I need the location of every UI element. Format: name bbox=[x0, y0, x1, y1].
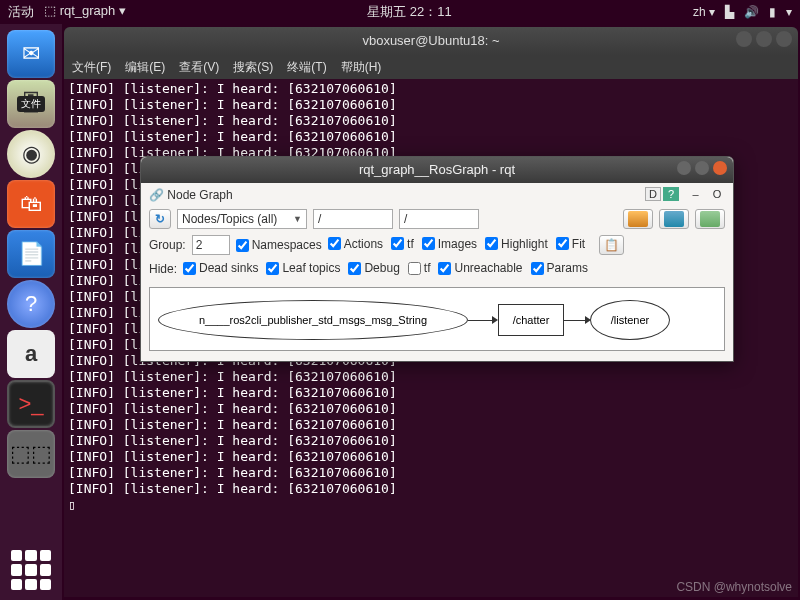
namespaces-label: Namespaces bbox=[252, 238, 322, 252]
cb-leaf[interactable]: Leaf topics bbox=[266, 261, 340, 275]
active-app-label[interactable]: ⬚ rqt_graph ▾ bbox=[44, 3, 126, 21]
cb-dead[interactable]: Dead sinks bbox=[183, 261, 258, 275]
terminal-menu-item[interactable]: 搜索(S) bbox=[233, 59, 273, 76]
rqt-close-icon[interactable] bbox=[713, 161, 727, 175]
group-spinner[interactable]: 2 bbox=[192, 235, 230, 255]
dock-help-icon[interactable]: ? bbox=[7, 280, 55, 328]
cb-highlight[interactable]: Highlight bbox=[485, 237, 548, 251]
rqt-maximize-icon[interactable] bbox=[695, 161, 709, 175]
cb-label: tf bbox=[407, 237, 414, 251]
rqt-title: rqt_graph__RosGraph - rqt bbox=[359, 162, 515, 177]
hide-label: Hide: bbox=[149, 262, 177, 276]
open-button[interactable] bbox=[623, 209, 653, 229]
graph-canvas[interactable]: n____ros2cli_publisher_std_msgs_msg_Stri… bbox=[149, 287, 725, 351]
cb-label: Dead sinks bbox=[199, 261, 258, 275]
panel-o-button[interactable]: O bbox=[709, 188, 725, 202]
cb-tf1[interactable]: tf bbox=[391, 237, 414, 251]
app-grid-icon[interactable] bbox=[11, 550, 51, 590]
image-button[interactable] bbox=[695, 209, 725, 229]
cb-label: Unreachable bbox=[454, 261, 522, 275]
group-label: Group: bbox=[149, 238, 186, 252]
dock-files-icon[interactable]: 🗄文件 bbox=[7, 80, 55, 128]
panel-d-button[interactable]: D bbox=[645, 187, 661, 201]
dock-rqt-icon[interactable]: ⬚⬚ bbox=[7, 430, 55, 478]
filter-input-2[interactable]: / bbox=[399, 209, 479, 229]
graph-topic-chatter[interactable]: /chatter bbox=[498, 304, 564, 336]
system-menu-icon[interactable]: ▾ bbox=[786, 5, 792, 19]
cb-label: Images bbox=[438, 237, 477, 251]
terminal-maximize-icon[interactable] bbox=[756, 31, 772, 47]
cb-tf2[interactable]: tf bbox=[408, 261, 431, 275]
terminal-close-icon[interactable] bbox=[776, 31, 792, 47]
group-value: 2 bbox=[196, 238, 203, 252]
extra-button[interactable]: 📋 bbox=[599, 235, 624, 255]
filter-combo[interactable]: Nodes/Topics (all) bbox=[177, 209, 307, 229]
dock-amazon-icon[interactable]: a bbox=[7, 330, 55, 378]
filter-input-1[interactable]: / bbox=[313, 209, 393, 229]
rqt-panel-header: 🔗 Node Graph D? – O bbox=[141, 183, 733, 206]
cb-label: Params bbox=[547, 261, 588, 275]
refresh-button[interactable]: ↻ bbox=[149, 209, 171, 229]
filter-combo-value: Nodes/Topics (all) bbox=[182, 212, 277, 226]
dock-rhythmbox-icon[interactable]: ◉ bbox=[7, 130, 55, 178]
battery-icon[interactable]: ▮ bbox=[769, 5, 776, 19]
rqt-window: rqt_graph__RosGraph - rqt 🔗 Node Graph D… bbox=[140, 156, 734, 362]
terminal-title: vboxuser@Ubuntu18: ~ bbox=[362, 33, 499, 48]
terminal-menu-item[interactable]: 查看(V) bbox=[179, 59, 219, 76]
dock-software-icon[interactable]: 🛍 bbox=[7, 180, 55, 228]
cb-params[interactable]: Params bbox=[531, 261, 588, 275]
volume-icon[interactable]: 🔊 bbox=[744, 5, 759, 19]
activities-button[interactable]: 活动 bbox=[8, 3, 34, 21]
panel-help-button[interactable]: ? bbox=[663, 187, 679, 201]
dock: ✉ 🗄文件 ◉ 🛍 📄 ? a >_ ⬚⬚ bbox=[0, 24, 62, 600]
graph-node-publisher[interactable]: n____ros2cli_publisher_std_msgs_msg_Stri… bbox=[158, 300, 468, 340]
cb-namespaces[interactable]: Namespaces bbox=[236, 238, 322, 252]
rqt-minimize-icon[interactable] bbox=[677, 161, 691, 175]
cb-label: Leaf topics bbox=[282, 261, 340, 275]
terminal-menu-item[interactable]: 终端(T) bbox=[287, 59, 326, 76]
folder-icon bbox=[628, 211, 648, 227]
cb-actions[interactable]: Actions bbox=[328, 237, 383, 251]
dock-terminal-icon[interactable]: >_ bbox=[7, 380, 55, 428]
save-icon bbox=[664, 211, 684, 227]
dock-files-badge: 文件 bbox=[17, 96, 45, 112]
network-icon[interactable]: ▙ bbox=[725, 5, 734, 19]
panel-minimize-button[interactable]: – bbox=[688, 188, 704, 202]
save-button[interactable] bbox=[659, 209, 689, 229]
terminal-menubar: 文件(F)编辑(E)查看(V)搜索(S)终端(T)帮助(H) bbox=[64, 55, 798, 79]
terminal-menu-item[interactable]: 编辑(E) bbox=[125, 59, 165, 76]
clock[interactable]: 星期五 22：11 bbox=[126, 3, 693, 21]
cb-images[interactable]: Images bbox=[422, 237, 477, 251]
top-panel: 活动 ⬚ rqt_graph ▾ 星期五 22：11 zh ▾ ▙ 🔊 ▮ ▾ bbox=[0, 0, 800, 24]
cb-unreach[interactable]: Unreachable bbox=[438, 261, 522, 275]
dock-writer-icon[interactable]: 📄 bbox=[7, 230, 55, 278]
cb-label: Highlight bbox=[501, 237, 548, 251]
cb-label: Actions bbox=[344, 237, 383, 251]
image-icon bbox=[700, 211, 720, 227]
cb-label: Debug bbox=[364, 261, 399, 275]
language-indicator[interactable]: zh ▾ bbox=[693, 5, 715, 19]
terminal-menu-item[interactable]: 帮助(H) bbox=[341, 59, 382, 76]
active-app-name: rqt_graph bbox=[60, 3, 116, 18]
terminal-menu-item[interactable]: 文件(F) bbox=[72, 59, 111, 76]
rqt-titlebar[interactable]: rqt_graph__RosGraph - rqt bbox=[141, 157, 733, 183]
watermark: CSDN @whynotsolve bbox=[676, 580, 792, 594]
node-graph-icon: 🔗 bbox=[149, 188, 164, 202]
terminal-minimize-icon[interactable] bbox=[736, 31, 752, 47]
terminal-titlebar[interactable]: vboxuser@Ubuntu18: ~ bbox=[64, 27, 798, 55]
dock-thunderbird-icon[interactable]: ✉ bbox=[7, 30, 55, 78]
cb-label: Fit bbox=[572, 237, 585, 251]
cb-fit[interactable]: Fit bbox=[556, 237, 585, 251]
cb-label: tf bbox=[424, 261, 431, 275]
cb-debug[interactable]: Debug bbox=[348, 261, 399, 275]
panel-label: Node Graph bbox=[167, 188, 232, 202]
graph-node-listener[interactable]: /listener bbox=[590, 300, 670, 340]
